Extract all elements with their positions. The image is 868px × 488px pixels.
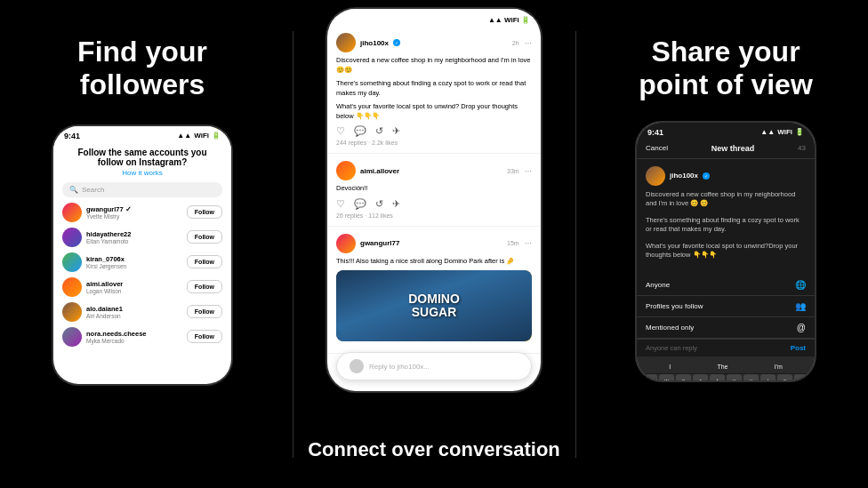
- thread-text-jiho3: What's your favorite local spot to unwin…: [336, 102, 532, 121]
- more-icon-aimi[interactable]: ···: [525, 166, 532, 176]
- more-icon-gwang[interactable]: ···: [525, 238, 532, 248]
- repost-icon-jiho[interactable]: ↺: [375, 125, 383, 137]
- username-hidayath: hidayathere22: [86, 230, 131, 238]
- thread-actions-aimi: ♡ 💬 ↺ ✈: [336, 198, 532, 210]
- realname-aimi: Logan Wilson: [86, 288, 123, 294]
- comment-icon-jiho[interactable]: 💬: [354, 125, 366, 137]
- thread-username-aimi: aimi.allover: [360, 167, 399, 175]
- how-it-works-link[interactable]: How it works: [62, 169, 222, 177]
- key-t[interactable]: t: [710, 374, 725, 380]
- follow-btn-4[interactable]: Follow: [187, 280, 222, 293]
- cancel-btn[interactable]: Cancel: [646, 144, 668, 152]
- avatar-aimi: [62, 277, 82, 297]
- compose-text3: What's your favorite local spot to unwin…: [646, 242, 806, 260]
- share-icon-jiho[interactable]: ✈: [392, 125, 400, 137]
- predict-1[interactable]: I: [669, 364, 671, 370]
- status-bar-right: 9:41 ▲▲ WiFi 🔋: [637, 123, 815, 139]
- verified-jiho: ✓: [393, 39, 400, 46]
- thread-time-gwang: 15m: [507, 240, 519, 246]
- headline-left: Find yourfollowers: [77, 36, 207, 101]
- audience-follow[interactable]: Profiles you follow 👥: [637, 296, 815, 317]
- phone-left: 9:41 ▲▲ WiFi 🔋 Follow the same accounts …: [53, 126, 231, 384]
- key-y[interactable]: y: [727, 374, 742, 380]
- audience-anyone[interactable]: Anyone 🌐: [637, 275, 815, 296]
- thread-stats-jiho: 244 replies · 2.2k likes: [336, 140, 532, 146]
- key-o[interactable]: o: [777, 374, 792, 380]
- post-button[interactable]: Post: [791, 344, 806, 352]
- comment-icon-aimi[interactable]: 💬: [354, 198, 366, 210]
- avatar-aimi-middle: [336, 161, 356, 180]
- anyone-can-reply-label: Anyone can reply: [646, 344, 697, 352]
- follow-item-4: aimi.allover Logan Wilson Follow: [62, 277, 222, 297]
- audience-mentioned[interactable]: Mentioned only @: [637, 317, 815, 339]
- key-e[interactable]: e: [676, 374, 691, 380]
- follow-btn-6[interactable]: Follow: [187, 330, 222, 343]
- like-icon-jiho[interactable]: ♡: [336, 125, 345, 137]
- key-q[interactable]: q: [642, 374, 657, 380]
- follow-btn-5[interactable]: Follow: [187, 305, 222, 318]
- key-w[interactable]: w: [659, 374, 674, 380]
- realname-hidayath: Eitan Yamamoto: [86, 238, 131, 244]
- battery-icon-right: 🔋: [795, 128, 804, 136]
- predict-2[interactable]: The: [717, 364, 727, 370]
- thread-stats-aimi: 26 replies · 112 likes: [336, 212, 532, 219]
- main-layout: Find yourfollowers 9:41 ▲▲ WiFi 🔋 Follow…: [0, 0, 868, 488]
- key-u[interactable]: u: [743, 374, 759, 380]
- middle-bottom-label: Connect over conversation: [308, 438, 560, 461]
- thread-username-jiho: jiho100x: [360, 39, 389, 47]
- panel-right: Share yourpoint of view 9:41 ▲▲ WiFi 🔋 C…: [583, 0, 868, 488]
- anyone-reply-bar: Anyone can reply Post: [637, 339, 815, 356]
- globe-icon: 🌐: [795, 280, 806, 290]
- status-bar-left: 9:41 ▲▲ WiFi 🔋: [53, 126, 231, 142]
- key-i[interactable]: i: [760, 374, 776, 380]
- reply-bar[interactable]: Reply to jiho100x...: [336, 352, 532, 380]
- key-p[interactable]: p: [794, 374, 809, 380]
- new-thread-title: New thread: [711, 144, 755, 153]
- search-bar[interactable]: 🔍 Search: [62, 182, 222, 197]
- avatar-gwang-middle: [336, 234, 356, 253]
- avatar-gwangurl: [62, 203, 82, 222]
- follow-btn-1[interactable]: Follow: [187, 205, 222, 219]
- realname-gwangurl: Yvette Mistry: [86, 213, 132, 220]
- instagram-follow-title: Follow the same accounts youfollow on In…: [62, 148, 222, 167]
- search-icon: 🔍: [69, 186, 78, 194]
- more-icon-jiho[interactable]: ···: [525, 38, 532, 48]
- follow-item-1: gwangurl77 ✓ Yvette Mistry Follow: [62, 203, 222, 222]
- username-alo: alo.daiane1: [86, 305, 123, 313]
- audience-mentioned-label: Mentioned only: [646, 324, 694, 332]
- status-bar-middle: ▲▲ WiFi 🔋: [327, 9, 541, 26]
- avatar-nora: [62, 327, 82, 347]
- predict-3[interactable]: I'm: [775, 364, 783, 370]
- username-nora: nora.needs.cheese: [86, 330, 147, 338]
- compose-text: Discovered a new coffee shop in my neigh…: [646, 190, 806, 209]
- audience-options: Anyone 🌐 Profiles you follow 👥 Mentioned…: [637, 275, 815, 339]
- follow-btn-3[interactable]: Follow: [187, 255, 222, 268]
- key-r[interactable]: r: [693, 374, 708, 380]
- like-icon-aimi[interactable]: ♡: [336, 198, 345, 210]
- status-time-left: 9:41: [64, 132, 80, 140]
- thread-text-aimi: Devoción!!: [336, 184, 532, 194]
- phone-dark-middle: ▲▲ WiFi 🔋 jiho100x ✓ 2h ···: [327, 9, 541, 391]
- thread-text-jiho: Discovered a new coffee shop in my neigh…: [336, 56, 532, 75]
- predictive-bar: I The I'm: [639, 360, 813, 374]
- realname-kiran: Kirsi Jørgensen: [86, 263, 126, 269]
- new-thread-header: Cancel New thread 43: [637, 139, 815, 159]
- avatar-jiho-middle: [336, 33, 356, 52]
- keyboard-row-1: q w e r t y u i o p: [639, 374, 813, 380]
- share-icon-aimi[interactable]: ✈: [392, 198, 400, 210]
- divider-left: [293, 31, 293, 458]
- follow-item-2: hidayathere22 Eitan Yamamoto Follow: [62, 228, 222, 247]
- status-time-right: 9:41: [647, 128, 663, 137]
- thread-item-2: aimi.allover 33m ··· Devoción!! ♡ 💬 ↺ ✈: [327, 154, 541, 227]
- follow-item-3: kiran_0706x Kirsi Jørgensen Follow: [62, 252, 222, 272]
- repost-icon-aimi[interactable]: ↺: [375, 198, 383, 210]
- thread-username-gwang: gwangurl77: [360, 239, 399, 247]
- avatar-alo: [62, 302, 82, 322]
- thread-image-domino: DOMINOSUGAR: [336, 270, 532, 341]
- signal-icon-right: ▲▲: [760, 128, 775, 136]
- follow-btn-2[interactable]: Follow: [187, 230, 222, 244]
- avatar-kiran: [62, 252, 82, 272]
- divider-right: [575, 31, 576, 458]
- phone-middle: ▲▲ WiFi 🔋 jiho100x ✓ 2h ···: [327, 9, 541, 391]
- headline-right: Share yourpoint of view: [639, 36, 813, 101]
